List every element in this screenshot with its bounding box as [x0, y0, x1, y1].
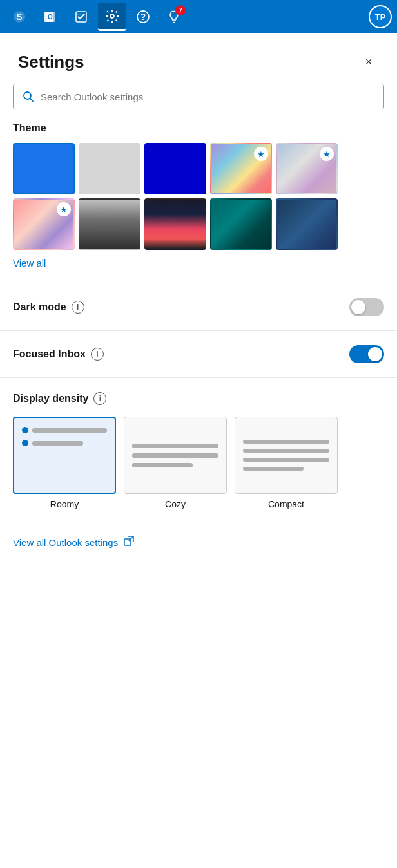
dark-mode-toggle-track	[349, 298, 384, 316]
theme-grid: ★ ★ ★	[13, 143, 384, 250]
roomy-card	[13, 417, 116, 494]
focused-inbox-label: Focused Inbox	[13, 348, 86, 360]
compact-card	[235, 417, 338, 494]
roomy-label: Roomy	[50, 499, 79, 509]
user-avatar[interactable]: TP	[369, 5, 392, 28]
help-icon[interactable]: ?	[129, 3, 157, 31]
external-link-icon	[123, 535, 135, 549]
display-density-info-icon[interactable]: i	[93, 392, 106, 405]
premium-badge: ★	[57, 202, 71, 216]
dark-mode-toggle[interactable]	[349, 298, 384, 316]
premium-badge: ★	[320, 147, 334, 161]
theme-swatch-mountain[interactable]	[79, 198, 140, 250]
roomy-line-1	[32, 428, 107, 433]
roomy-option[interactable]: Roomy	[13, 417, 116, 509]
theme-swatch-fantasy[interactable]: ★	[13, 198, 75, 250]
view-all-outlook-label: View all Outlook settings	[13, 537, 118, 548]
roomy-line-2	[32, 441, 83, 446]
dark-mode-label-group: Dark mode i	[13, 301, 349, 314]
density-options: Roomy Cozy Compact	[13, 417, 384, 509]
theme-swatch-gray[interactable]	[79, 143, 140, 194]
svg-text:O: O	[48, 14, 53, 21]
compact-line-4	[243, 467, 304, 471]
theme-section: Theme ★ ★ ★ View all	[0, 122, 397, 284]
theme-label: Theme	[13, 122, 384, 134]
outlook-icon[interactable]: O	[36, 3, 64, 31]
svg-text:?: ?	[140, 12, 146, 22]
svg-text:S: S	[16, 12, 22, 22]
cozy-line-2	[132, 453, 218, 458]
dark-mode-label: Dark mode	[13, 301, 66, 313]
display-density-label-group: Display density i	[13, 392, 384, 405]
compact-line-2	[243, 449, 329, 453]
search-input[interactable]	[41, 91, 374, 102]
topbar: S O ? 7 TP	[0, 0, 397, 33]
settings-icon[interactable]	[98, 3, 126, 31]
roomy-dot-1	[22, 427, 28, 433]
cozy-option[interactable]: Cozy	[124, 417, 227, 509]
dark-mode-toggle-thumb	[351, 300, 365, 314]
display-density-label: Display density	[13, 393, 88, 404]
compact-label: Compact	[268, 499, 304, 509]
roomy-dot-2	[22, 440, 28, 446]
view-all-outlook-link[interactable]: View all Outlook settings	[0, 520, 397, 565]
theme-swatch-waves[interactable]: ★	[276, 143, 338, 194]
cozy-label: Cozy	[165, 499, 186, 509]
theme-swatch-sunset[interactable]	[144, 198, 206, 250]
view-all-themes-link[interactable]: View all	[13, 258, 46, 269]
tasks-icon[interactable]	[67, 3, 95, 31]
settings-title: Settings	[18, 52, 84, 72]
display-density-section: Display density i Roomy	[0, 378, 397, 520]
theme-swatch-denim[interactable]	[276, 198, 338, 250]
focused-inbox-toggle[interactable]	[349, 345, 384, 363]
focused-inbox-info-icon[interactable]: i	[91, 348, 104, 361]
compact-option[interactable]: Compact	[235, 417, 338, 509]
dark-mode-info-icon[interactable]: i	[72, 301, 84, 314]
focused-inbox-toggle-track	[349, 345, 384, 363]
premium-badge: ★	[254, 147, 268, 161]
notification-badge: 7	[175, 5, 186, 15]
theme-swatch-blue[interactable]	[13, 143, 75, 194]
search-icon	[23, 91, 34, 102]
cozy-line-1	[132, 444, 218, 448]
compact-line-1	[243, 440, 329, 444]
cozy-card	[124, 417, 227, 494]
lightbulb-icon[interactable]: 7	[160, 3, 188, 31]
close-button[interactable]: ×	[358, 52, 379, 72]
focused-inbox-row: Focused Inbox i	[0, 331, 397, 378]
compact-line-3	[243, 458, 329, 462]
search-box[interactable]	[13, 84, 384, 109]
roomy-row-1	[22, 427, 107, 433]
theme-swatch-circuit[interactable]	[210, 198, 272, 250]
skype-icon[interactable]: S	[5, 3, 34, 31]
theme-swatch-darkblue[interactable]	[144, 143, 206, 194]
settings-header: Settings ×	[0, 33, 397, 84]
theme-swatch-rainbow[interactable]: ★	[210, 143, 272, 194]
roomy-row-2	[22, 440, 107, 446]
focused-inbox-label-group: Focused Inbox i	[13, 348, 349, 361]
svg-point-7	[110, 14, 114, 18]
settings-panel: Settings × Theme ★ ★ ★	[0, 33, 397, 868]
svg-line-13	[30, 99, 34, 102]
focused-inbox-toggle-thumb	[368, 347, 382, 361]
dark-mode-row: Dark mode i	[0, 284, 397, 331]
cozy-line-3	[132, 463, 193, 467]
